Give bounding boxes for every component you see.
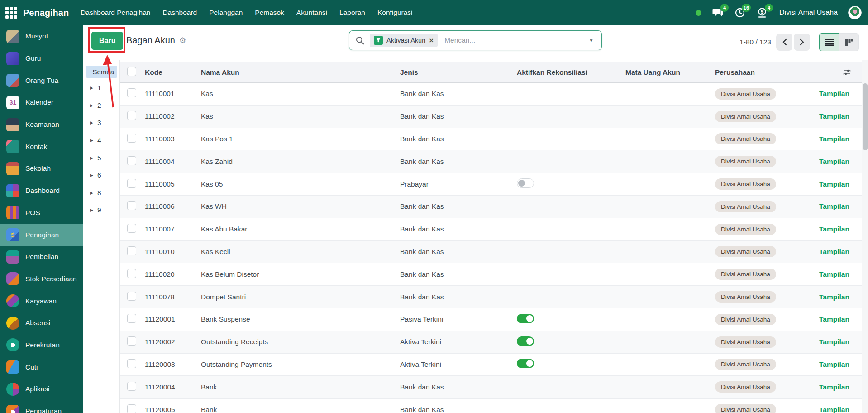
messages-icon[interactable]: 4 bbox=[712, 7, 724, 19]
row-checkbox[interactable] bbox=[127, 292, 136, 301]
row-checkbox[interactable] bbox=[127, 269, 136, 278]
table-row[interactable]: 11110003 Kas Pos 1 Bank dan Kas Divisi A… bbox=[120, 128, 862, 151]
view-link[interactable]: Tampilan bbox=[819, 225, 849, 233]
row-checkbox[interactable] bbox=[127, 201, 136, 210]
table-row[interactable]: 11110007 Kas Abu Bakar Bank dan Kas Divi… bbox=[120, 218, 862, 241]
col-header-perusahaan[interactable]: Perusahaan bbox=[715, 68, 819, 77]
row-checkbox[interactable] bbox=[127, 111, 136, 120]
table-row[interactable]: 11120002 Outstanding Receipts Aktiva Ter… bbox=[120, 331, 862, 354]
topbar-menu-konfigurasi[interactable]: Konfigurasi bbox=[377, 9, 413, 17]
new-button[interactable]: Baru bbox=[91, 32, 123, 50]
expand-caret-icon[interactable]: ▶ bbox=[90, 138, 93, 143]
select-all-checkbox[interactable] bbox=[127, 67, 136, 76]
view-link[interactable]: Tampilan bbox=[819, 360, 849, 368]
view-link[interactable]: Tampilan bbox=[819, 248, 849, 255]
table-row[interactable]: 11110010 Kas Kecil Bank dan Kas Divisi A… bbox=[120, 241, 862, 264]
kanban-view-button[interactable] bbox=[839, 33, 859, 51]
sidebar-item-kontak[interactable]: Kontak bbox=[0, 135, 83, 158]
row-checkbox[interactable] bbox=[127, 88, 136, 97]
apps-grid-icon[interactable] bbox=[5, 7, 17, 19]
pager-previous-button[interactable] bbox=[776, 34, 792, 51]
row-checkbox[interactable] bbox=[127, 314, 136, 323]
view-link[interactable]: Tampilan bbox=[819, 158, 849, 165]
sidebar-item-dashboard[interactable]: Dashboard bbox=[0, 180, 83, 202]
row-checkbox[interactable] bbox=[127, 359, 136, 368]
table-row[interactable]: 11120005 Bank Bank dan Kas Divisi Amal U… bbox=[120, 399, 862, 413]
table-row[interactable]: 11110005 Kas 05 Prabayar Divisi Amal Usa… bbox=[120, 173, 862, 196]
col-header-nama-akun[interactable]: Nama Akun bbox=[201, 68, 400, 77]
topbar-menu-pemasok[interactable]: Pemasok bbox=[255, 9, 284, 17]
expand-caret-icon[interactable]: ▶ bbox=[90, 86, 93, 90]
view-link[interactable]: Tampilan bbox=[819, 90, 849, 97]
table-row[interactable]: 11110002 Kas Bank dan Kas Divisi Amal Us… bbox=[120, 106, 862, 128]
view-link[interactable]: Tampilan bbox=[819, 270, 849, 278]
search-dropdown-toggle[interactable]: ▼ bbox=[581, 31, 601, 50]
view-link[interactable]: Tampilan bbox=[819, 202, 849, 210]
sidebar-item-karyawan[interactable]: Karyawan bbox=[0, 290, 83, 312]
activities-clock-icon[interactable]: 16 bbox=[734, 7, 746, 19]
user-avatar[interactable] bbox=[848, 6, 862, 19]
table-row[interactable]: 11110006 Kas WH Bank dan Kas Divisi Amal… bbox=[120, 196, 862, 218]
pager-next-button[interactable] bbox=[794, 34, 810, 51]
tree-group-3[interactable]: ▶ 3 bbox=[83, 114, 119, 132]
view-link[interactable]: Tampilan bbox=[819, 135, 849, 143]
view-link[interactable]: Tampilan bbox=[819, 293, 849, 301]
row-checkbox[interactable] bbox=[127, 134, 136, 143]
view-link[interactable]: Tampilan bbox=[819, 383, 849, 391]
table-row[interactable]: 11110001 Kas Bank dan Kas Divisi Amal Us… bbox=[120, 83, 862, 106]
topbar-menu-dashboard[interactable]: Dashboard bbox=[162, 9, 197, 17]
sidebar-item-guru[interactable]: Guru bbox=[0, 48, 83, 70]
table-row[interactable]: 11120001 Bank Suspense Pasiva Terkini Di… bbox=[120, 308, 862, 331]
sidebar-item-sekolah[interactable]: Sekolah bbox=[0, 158, 83, 180]
reconcile-toggle-on[interactable] bbox=[517, 359, 534, 368]
tree-group-1[interactable]: ▶ 1 bbox=[83, 79, 119, 97]
payments-icon[interactable]: $ 4 bbox=[756, 7, 768, 19]
tree-group-4[interactable]: ▶ 4 bbox=[83, 132, 119, 149]
view-link[interactable]: Tampilan bbox=[819, 406, 849, 413]
row-checkbox[interactable] bbox=[127, 382, 136, 391]
sidebar-item-aplikasi[interactable]: Aplikasi bbox=[0, 378, 83, 400]
tree-group-5[interactable]: ▶ 5 bbox=[83, 149, 119, 167]
topbar-menu-dashboard-penagihan[interactable]: Dashboard Penagihan bbox=[81, 9, 150, 17]
col-header-jenis[interactable]: Jenis bbox=[400, 68, 517, 77]
expand-caret-icon[interactable]: ▶ bbox=[90, 103, 93, 108]
table-row[interactable]: 11110078 Dompet Santri Bank dan Kas Divi… bbox=[120, 286, 862, 308]
reconcile-toggle-off[interactable] bbox=[517, 178, 534, 188]
tree-group-2[interactable]: ▶ 2 bbox=[83, 97, 119, 115]
topbar-menu-laporan[interactable]: Laporan bbox=[339, 9, 365, 17]
view-link[interactable]: Tampilan bbox=[819, 180, 849, 188]
tree-group-6[interactable]: ▶ 6 bbox=[83, 167, 119, 184]
col-header-kode[interactable]: Kode bbox=[145, 68, 201, 77]
search-facet[interactable]: Aktivasi Akun × bbox=[370, 34, 438, 47]
table-row[interactable]: 11110020 Kas Belum Disetor Bank dan Kas … bbox=[120, 263, 862, 286]
tree-group-8[interactable]: ▶ 8 bbox=[83, 184, 119, 202]
search-input[interactable] bbox=[444, 36, 581, 45]
row-checkbox[interactable] bbox=[127, 224, 136, 233]
expand-caret-icon[interactable]: ▶ bbox=[90, 173, 93, 178]
reconcile-toggle-on[interactable] bbox=[517, 336, 534, 346]
scrollbar-thumb[interactable] bbox=[863, 83, 868, 150]
expand-caret-icon[interactable]: ▶ bbox=[90, 191, 93, 195]
vertical-scrollbar[interactable] bbox=[862, 60, 868, 413]
expand-caret-icon[interactable]: ▶ bbox=[90, 208, 93, 212]
view-link[interactable]: Tampilan bbox=[819, 315, 849, 323]
sidebar-item-perekrutan[interactable]: Perekrutan bbox=[0, 334, 83, 356]
sidebar-item-pos[interactable]: POS bbox=[0, 202, 83, 224]
table-row[interactable]: 11120003 Outstanding Payments Aktiva Ter… bbox=[120, 354, 862, 376]
sidebar-item-musyrif[interactable]: Musyrif bbox=[0, 25, 83, 48]
tree-group-9[interactable]: ▶ 9 bbox=[83, 202, 119, 219]
col-header-mata-uang-akun[interactable]: Mata Uang Akun bbox=[625, 68, 715, 77]
row-checkbox[interactable] bbox=[127, 336, 136, 346]
topbar-menu-akuntansi[interactable]: Akuntansi bbox=[296, 9, 327, 17]
expand-caret-icon[interactable]: ▶ bbox=[90, 156, 93, 160]
sidebar-item-absensi[interactable]: Absensi bbox=[0, 312, 83, 334]
sidebar-item-cuti[interactable]: Cuti bbox=[0, 356, 83, 378]
filter-all[interactable]: Semua bbox=[86, 66, 117, 78]
sidebar-item-penagihan[interactable]: $ Penagihan bbox=[0, 224, 83, 246]
table-row[interactable]: 11110004 Kas Zahid Bank dan Kas Divisi A… bbox=[120, 150, 862, 173]
row-checkbox[interactable] bbox=[127, 156, 136, 165]
company-switcher[interactable]: Divisi Amal Usaha bbox=[779, 9, 838, 17]
search-bar[interactable]: Aktivasi Akun × ▼ bbox=[349, 30, 602, 50]
view-link[interactable]: Tampilan bbox=[819, 338, 849, 346]
row-checkbox[interactable] bbox=[127, 246, 136, 255]
